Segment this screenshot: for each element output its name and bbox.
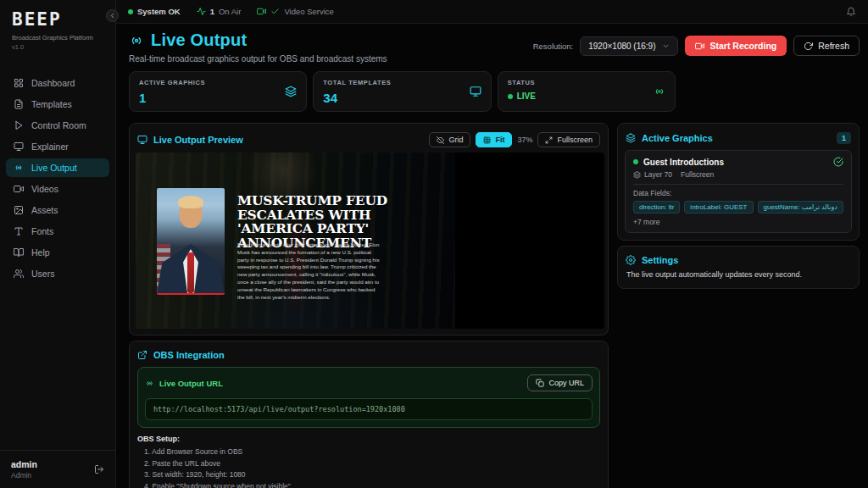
video-service-label: Video Service <box>284 7 333 16</box>
stat-active-graphics: ACTIVE GRAPHICS 1 <box>129 71 307 112</box>
live-preview-panel: Live Output Preview Grid Fit 37% <box>129 123 609 336</box>
topbar: System OK 1 On Air Video Service <box>116 0 868 24</box>
eye-off-icon <box>437 136 444 144</box>
refresh-label: Refresh <box>818 41 849 51</box>
layer-label: Layer 70 <box>644 170 672 179</box>
preview-canvas: Musk-Trump feud escalates with 'America … <box>136 152 604 329</box>
video-service-status: Video Service <box>257 7 333 16</box>
more-fields-label: +7 more <box>633 218 659 226</box>
resolution-select[interactable]: 1920×1080 (16:9) <box>580 36 678 56</box>
broadcast-icon <box>129 33 144 48</box>
sidebar-item-fonts[interactable]: Fonts <box>6 222 109 241</box>
logout-icon[interactable] <box>94 464 104 474</box>
stat-status: STATUS LIVE <box>498 71 676 112</box>
user-block: admin Admin <box>0 450 115 488</box>
settings-panel: Settings The live output automatically u… <box>617 246 860 289</box>
sidebar-collapse-button[interactable] <box>106 9 119 22</box>
copy-url-button[interactable]: Copy URL <box>527 374 593 391</box>
start-recording-button[interactable]: Start Recording <box>685 36 787 56</box>
sidebar-item-explainer[interactable]: Explainer <box>6 137 109 156</box>
check-circle-icon <box>833 157 843 167</box>
on-air-count: 1 <box>210 7 214 16</box>
chevron-down-icon <box>662 42 670 50</box>
expand-icon <box>545 136 553 144</box>
gear-icon <box>626 255 636 265</box>
obs-integration-panel: OBS Integration Live Output URL Copy URL <box>129 341 609 488</box>
broadcast-icon <box>145 379 154 388</box>
sidebar-item-label: Explainer <box>31 141 69 152</box>
fit-button[interactable]: Fit <box>476 132 512 147</box>
refresh-button[interactable]: Refresh <box>793 36 860 56</box>
resolution-value: 1920×1080 (16:9) <box>588 42 655 51</box>
layers-icon <box>626 133 636 143</box>
sidebar-item-label: Users <box>31 269 54 279</box>
sidebar-item-videos[interactable]: Videos <box>6 180 109 198</box>
sidebar-item-templates[interactable]: Templates <box>6 95 109 114</box>
user-role: Admin <box>11 471 37 480</box>
on-air-status: 1 On Air <box>197 7 242 16</box>
record-camera-icon <box>695 42 704 51</box>
obs-step: 1. Add Browser Source in OBS <box>137 446 600 458</box>
sidebar-item-label: Templates <box>31 99 72 109</box>
users-icon <box>14 269 24 279</box>
sidebar-item-label: Control Room <box>31 120 86 130</box>
stats-row: ACTIVE GRAPHICS 1 TOTAL TEMPLATES 34 STA… <box>129 71 676 112</box>
fullscreen-button[interactable]: Fullscreen <box>537 132 600 147</box>
live-output-url-box: Live Output URL Copy URL http://localhos… <box>137 367 600 428</box>
system-status: System OK <box>128 7 181 16</box>
monitor-icon <box>14 141 24 152</box>
sidebar-item-dashboard[interactable]: Dashboard <box>6 74 109 92</box>
sidebar-item-label: Videos <box>31 184 58 194</box>
settings-title: Settings <box>642 255 678 265</box>
sidebar-item-help[interactable]: Help <box>6 243 109 262</box>
sidebar-item-users[interactable]: Users <box>6 264 109 283</box>
active-dot-icon <box>633 159 638 164</box>
sidebar-item-live-output[interactable]: Live Output <box>6 158 109 177</box>
copy-icon <box>536 379 544 387</box>
stat-value: 1 <box>139 91 205 105</box>
live-dot-icon <box>508 94 513 99</box>
data-field-tag: introLabel: GUEST <box>684 201 753 214</box>
obs-step: 3. Set width: 1920, height: 1080 <box>137 469 600 481</box>
sidebar-item-label: Fonts <box>31 226 53 236</box>
obs-setup-title: OBS Setup: <box>137 435 600 443</box>
grid-toggle-button[interactable]: Grid <box>429 132 470 147</box>
data-field-tag: guestName: دونالد ترامب <box>758 201 843 214</box>
notifications-bell-icon[interactable] <box>846 7 856 17</box>
stat-total-templates: TOTAL TEMPLATES 34 <box>313 71 491 112</box>
sidebar-nav: Dashboard Templates Control Room Explain… <box>0 71 115 450</box>
video-icon <box>257 7 266 16</box>
stat-label: ACTIVE GRAPHICS <box>139 79 205 86</box>
live-output-url-field[interactable]: http://localhost:5173/api/live/output?re… <box>145 398 593 420</box>
app-version: v1.0 <box>12 43 103 51</box>
play-icon <box>14 120 24 130</box>
zoom-percentage: 37% <box>517 136 532 144</box>
data-field-tag: direction: ltr <box>633 201 680 214</box>
obs-step: 4. Enable "Shutdown source when not visi… <box>137 481 600 488</box>
guest-photo <box>157 188 225 295</box>
active-graphic-item[interactable]: Guest Introductions Layer 70 Fullscreen … <box>625 150 852 233</box>
stat-label: STATUS <box>508 79 536 86</box>
resolution-label: Resolution: <box>533 42 574 51</box>
settings-description: The live output automatically updates ev… <box>624 270 853 282</box>
sidebar: BEEP Broadcast Graphics Platform v1.0 Da… <box>0 0 116 488</box>
activity-icon <box>197 7 206 16</box>
grid-icon <box>483 136 491 144</box>
page-title: Live Output <box>151 30 247 50</box>
live-status-label: LIVE <box>517 92 536 101</box>
sidebar-item-control-room[interactable]: Control Room <box>6 116 109 135</box>
stat-label: TOTAL TEMPLATES <box>323 79 391 86</box>
sidebar-item-assets[interactable]: Assets <box>6 201 109 219</box>
app-tagline: Broadcast Graphics Platform <box>12 34 103 42</box>
sidebar-item-label: Dashboard <box>31 78 75 88</box>
obs-title: OBS Integration <box>153 350 225 360</box>
page-subtitle: Real-time broadcast graphics output for … <box>129 54 387 64</box>
active-graphics-count-badge: 1 <box>837 132 851 144</box>
broadcast-graphic: Musk-Trump feud escalates with 'America … <box>136 152 455 329</box>
copy-url-label: Copy URL <box>548 379 584 387</box>
check-icon <box>270 7 280 16</box>
dashboard-icon <box>14 78 24 88</box>
graphic-body-text: More than a month after their initial so… <box>237 241 380 301</box>
logo-block: BEEP Broadcast Graphics Platform v1.0 <box>0 0 115 59</box>
mode-label: Fullscreen <box>681 170 714 179</box>
